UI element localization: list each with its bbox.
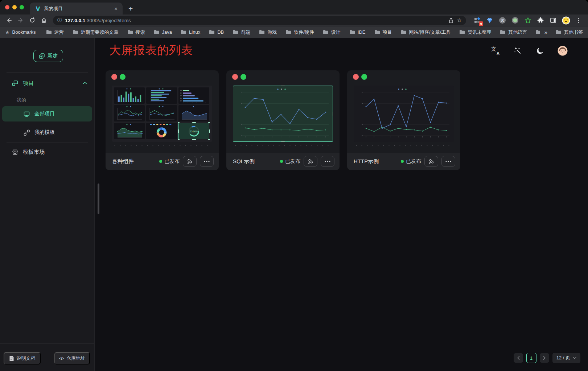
other-bookmarks-label: 其他书签 xyxy=(564,29,583,36)
edit-project-button[interactable] xyxy=(183,156,197,167)
sidebar-item-projects[interactable]: 项目 xyxy=(12,77,34,89)
project-thumbnail[interactable]: 25.00% xyxy=(112,86,212,142)
status-label: 已发布 xyxy=(406,158,421,165)
mini-chart-line xyxy=(146,105,177,121)
dark-mode-moon-icon[interactable] xyxy=(535,46,545,56)
reload-button[interactable] xyxy=(27,16,38,25)
more-actions-button[interactable] xyxy=(441,156,455,167)
bookmark-folder[interactable]: 设计 xyxy=(323,29,341,36)
language-toggle-icon[interactable]: 文A xyxy=(490,46,500,56)
tab-title: 我的项目 xyxy=(44,5,110,12)
bookmark-folder-label: 网站/博客/文章/工具 xyxy=(409,29,451,36)
bookmark-folder[interactable]: 游戏 xyxy=(259,29,277,36)
url-text[interactable]: 127.0.0.1:3000/#/project/items xyxy=(65,18,445,23)
user-avatar[interactable] xyxy=(558,46,568,56)
bookmarks-overflow-chevron[interactable]: » xyxy=(544,29,548,35)
bookmark-folder[interactable]: PHP xyxy=(536,29,540,35)
browser-tab[interactable]: 我的项目 × xyxy=(30,3,123,15)
project-card[interactable]: 25.00% 各种组件 已发布 xyxy=(106,70,219,170)
green-dot xyxy=(361,74,367,80)
new-project-button[interactable]: 新建 xyxy=(33,50,63,62)
card-traffic-dots xyxy=(111,74,126,80)
selection-handle xyxy=(178,139,180,140)
selection-handle xyxy=(208,139,210,140)
bookmark-folder[interactable]: 项目 xyxy=(374,29,392,36)
bookmark-folder-list: 运营近期需要读的文章搜索JavaLinuxDB前端游戏软件/硬件设计IDE项目网… xyxy=(46,29,540,36)
mini-chart-bars xyxy=(114,87,145,104)
copy-plus-icon xyxy=(39,53,45,59)
sidebar-item-my-templates[interactable]: 我的模板 xyxy=(23,126,55,139)
prev-page-button[interactable] xyxy=(514,353,523,363)
bookmark-folder[interactable]: 其他语言 xyxy=(500,29,527,36)
docs-button[interactable]: 说明文档 xyxy=(4,352,41,364)
bookmark-folder-label: 设计 xyxy=(331,29,341,36)
bookmark-folder-label: 项目 xyxy=(383,29,392,36)
bookmarks-label: Bookmarks xyxy=(12,29,36,35)
address-bar[interactable]: ⓘ 127.0.0.1:3000/#/project/items ☆ xyxy=(53,16,466,25)
bookmark-folder[interactable]: 资讯未整理 xyxy=(459,29,491,36)
gem-extension-icon[interactable] xyxy=(485,16,494,25)
macos-zoom-button[interactable] xyxy=(20,5,24,9)
card-footer: SQL示例 已发布 xyxy=(226,153,340,170)
folder-icon xyxy=(233,30,238,34)
magic-wand-icon[interactable] xyxy=(513,46,523,56)
sidebar-item-template-market[interactable]: 模板市场 xyxy=(12,145,45,158)
chevron-up-icon[interactable] xyxy=(83,82,87,84)
profile-avatar-icon[interactable] xyxy=(562,16,570,25)
sidebar-item-label: 全部项目 xyxy=(34,111,55,117)
command-extension-icon[interactable]: ⌘ xyxy=(498,16,507,25)
bookmark-folder[interactable]: Java xyxy=(154,29,172,35)
share-icon[interactable] xyxy=(448,17,454,24)
next-page-button[interactable] xyxy=(540,353,549,363)
new-tab-button[interactable]: + xyxy=(128,5,133,12)
project-thumbnail[interactable] xyxy=(354,86,454,142)
mini-chart-donut xyxy=(146,123,177,139)
chrome-menu-icon[interactable] xyxy=(574,16,583,25)
more-actions-button[interactable] xyxy=(321,156,334,167)
project-card[interactable]: HTTP示例 已发布 xyxy=(347,70,460,170)
mini-chart-caps xyxy=(178,87,209,104)
project-thumbnail[interactable] xyxy=(233,86,333,142)
project-card[interactable]: SQL示例 已发布 xyxy=(226,70,340,170)
bookmark-folder[interactable]: 近期需要读的文章 xyxy=(73,29,119,36)
page-info-icon[interactable]: ⓘ xyxy=(57,17,62,24)
tab-manager-extension-icon[interactable]: 9 xyxy=(473,16,481,25)
macos-close-button[interactable] xyxy=(5,5,9,9)
recorder-extension-icon[interactable] xyxy=(511,16,519,25)
bookmark-star-icon[interactable]: ☆ xyxy=(457,17,462,24)
scrollbar-thumb[interactable] xyxy=(98,184,99,214)
bookmark-folder[interactable]: 搜索 xyxy=(127,29,145,36)
bookmark-folder[interactable]: DB xyxy=(209,29,224,35)
macos-minimize-button[interactable] xyxy=(12,5,17,9)
tab-close-icon[interactable]: × xyxy=(113,5,119,12)
bookmarks-root[interactable]: ★ Bookmarks xyxy=(5,29,36,35)
bookmark-folder[interactable]: 软件/硬件 xyxy=(285,29,314,36)
current-page-button[interactable]: 1 xyxy=(526,353,536,363)
green-star-extension-icon[interactable] xyxy=(523,16,532,25)
forward-button[interactable] xyxy=(15,16,26,25)
page-title: 大屏报表的列表 xyxy=(109,42,193,58)
chevron-right-icon xyxy=(543,356,546,360)
edit-project-button[interactable] xyxy=(424,156,438,167)
repo-button[interactable]: </> 仓库地址 xyxy=(54,352,90,364)
bookmark-folder[interactable]: 运营 xyxy=(46,29,64,36)
docs-label: 说明文档 xyxy=(17,355,36,362)
bookmark-folder[interactable]: Linux xyxy=(181,29,200,35)
other-bookmarks[interactable]: 其他书签 xyxy=(556,29,583,36)
sidebar-item-all-projects[interactable]: 全部项目 xyxy=(2,106,92,121)
extensions-puzzle-icon[interactable] xyxy=(536,16,545,25)
more-actions-button[interactable] xyxy=(200,156,214,167)
bookmark-folder[interactable]: 网站/博客/文章/工具 xyxy=(401,29,451,36)
repo-label: 仓库地址 xyxy=(66,355,85,362)
edit-project-button[interactable] xyxy=(304,156,317,167)
bookmarks-divider xyxy=(552,29,552,36)
bookmark-folder[interactable]: IDE xyxy=(349,29,366,35)
side-panel-icon[interactable] xyxy=(549,16,558,25)
bookmark-folder[interactable]: 前端 xyxy=(233,29,250,36)
back-button[interactable] xyxy=(4,16,15,25)
home-button[interactable] xyxy=(38,16,49,25)
sidebar-group-mine: 我的 xyxy=(17,96,26,104)
bookmark-folder-label: 运营 xyxy=(54,29,64,36)
folder-icon xyxy=(401,30,407,34)
page-size-select[interactable]: 12 / 页 xyxy=(552,353,580,363)
